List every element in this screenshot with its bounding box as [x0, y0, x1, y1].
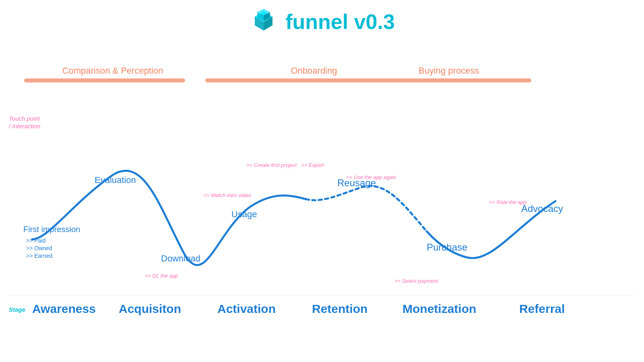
phase-label-buying: Buying process — [419, 66, 479, 76]
node-purchase: Purchase — [427, 242, 467, 253]
header: funnel v0.3 — [0, 0, 644, 36]
interaction-dl: >> DL the app — [145, 273, 178, 279]
interaction-paid: >> Paid — [26, 237, 45, 244]
phase-bar-buying — [378, 78, 531, 82]
phase-label-onboarding: Onboarding — [291, 66, 337, 76]
node-evaluation: Evaluation — [95, 175, 136, 185]
stage-acquisition: Acquisiton — [119, 302, 181, 315]
chart-svg: Comparison & Perception Onboarding Buyin… — [0, 58, 644, 324]
phase-bar-onboarding — [205, 78, 398, 82]
metric-free-to-paid: Free to paid % — [405, 323, 444, 324]
node-first-impression: First impression — [23, 225, 80, 234]
node-advocacy: Advocacy — [521, 203, 563, 214]
phase-bar-comparison — [24, 78, 185, 82]
interaction-earned: >> Earned — [26, 253, 52, 259]
interaction-owned: >> Owned — [26, 245, 52, 251]
metric-activation: Activation % — [219, 323, 253, 324]
phase-label-comparison: Comparison & Perception — [62, 66, 163, 76]
interaction-export: >> Export — [301, 162, 324, 168]
interaction-use-again: >> Use the app again — [346, 174, 396, 180]
stage-referral: Referral — [519, 302, 565, 315]
logo-icon — [249, 7, 278, 36]
metric-italic-label: Metric — [9, 323, 25, 324]
app-title: funnel v0.3 — [285, 10, 395, 34]
node-download: Download — [161, 253, 200, 263]
interaction-watch: >> Watch intro video — [203, 192, 251, 198]
metric-traffic: Traffic by source — [33, 323, 77, 324]
stage-italic-label: Stage — [9, 306, 25, 313]
stage-monetization: Monetization — [402, 302, 476, 315]
interaction-select-payment: >> Select payment — [394, 278, 439, 284]
curve-dotted — [306, 186, 427, 231]
curve-left — [32, 171, 306, 265]
node-usage: Usage — [231, 209, 257, 219]
interaction-rate: >> Rate the app — [489, 199, 526, 205]
stage-activation: Activation — [217, 302, 276, 315]
touchpoint-label2: / Interaction — [8, 123, 40, 130]
stage-retention: Retention — [312, 302, 367, 315]
metric-downloads: # Downloads — [120, 323, 155, 324]
touchpoint-label: Touch point — [9, 115, 40, 122]
metric-recency: Recency — [313, 323, 337, 324]
stage-awareness: Awareness — [32, 302, 96, 315]
metric-app-review: App review % — [521, 323, 558, 324]
interaction-create-project: >> Create first project — [246, 162, 297, 168]
